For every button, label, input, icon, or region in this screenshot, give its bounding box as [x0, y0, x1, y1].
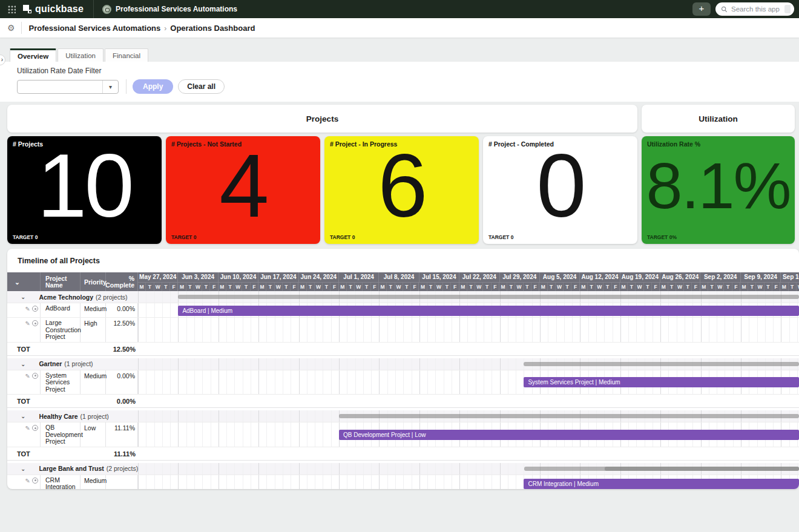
collapse-all-chevron[interactable]: ⌄ — [7, 272, 41, 291]
view-icon[interactable] — [32, 373, 38, 379]
view-icon[interactable] — [32, 478, 38, 484]
kpi-card-completed[interactable]: # Project - Completed 0 TARGET 0 — [483, 136, 637, 244]
group-name: Acme Technology — [39, 294, 93, 301]
day-header-cell: F — [371, 283, 379, 291]
week-header-cell: Jul 29, 2024 — [500, 272, 540, 282]
search-box[interactable] — [715, 2, 794, 16]
breadcrumb-bar: ⚙ Professional Services Automations›Oper… — [0, 18, 799, 38]
kpi-card-projects[interactable]: # Projects 10 TARGET 0 — [7, 136, 162, 244]
column-header-project-name[interactable]: Project Name — [41, 272, 81, 291]
gantt-project-row[interactable]: ✎Large Construction ProjectHigh12.50% — [7, 318, 799, 343]
current-app-chip[interactable]: Professional Services Automations — [102, 5, 237, 14]
day-header-cell: T — [202, 283, 210, 291]
week-header-cell: Jul 1, 2024 — [339, 272, 379, 282]
group-summary-bar[interactable] — [605, 467, 799, 471]
gantt-group-row[interactable]: ⌄Gartner (1 project) — [7, 358, 799, 370]
view-icon[interactable] — [32, 425, 38, 431]
app-launcher-icon[interactable] — [7, 5, 16, 13]
project-row-left: ✎AdBoardMedium0.00% — [7, 303, 138, 317]
add-button[interactable]: + — [692, 2, 711, 16]
total-row-left: TOT11.11% — [7, 447, 138, 460]
edit-icon[interactable]: ✎ — [25, 320, 30, 327]
project-name-cell[interactable]: AdBoard — [41, 303, 81, 317]
group-name: Large Bank and Trust — [39, 465, 104, 472]
tab-overview[interactable]: Overview — [10, 48, 56, 62]
week-header-cell: Aug 5, 2024 — [540, 272, 580, 282]
project-name-cell[interactable]: CRM Integration — [41, 475, 81, 490]
day-header-cell: F — [571, 283, 579, 291]
day-header-cell: T — [548, 283, 556, 291]
group-summary-bar[interactable] — [524, 362, 799, 366]
kpi-value: 10 — [7, 141, 162, 231]
week-header-cell: Jun 10, 2024 — [219, 272, 258, 282]
day-header-cell: F — [291, 283, 298, 291]
edit-icon[interactable]: ✎ — [25, 478, 30, 485]
date-filter-select[interactable]: ▾ — [17, 80, 119, 94]
gantt-project-row[interactable]: ✎AdBoardMedium0.00%AdBoard | Medium — [7, 303, 799, 318]
edit-icon[interactable]: ✎ — [25, 373, 30, 380]
project-name-cell[interactable]: QB Development Project — [41, 422, 81, 447]
view-icon[interactable] — [32, 306, 38, 312]
total-label: TOT — [17, 450, 30, 458]
group-collapse-chevron[interactable]: ⌄ — [21, 465, 25, 472]
gantt-project-row[interactable]: ✎CRM IntegrationMediumCRM Integration | … — [7, 475, 799, 490]
kpi-title: Utilization Rate % — [647, 140, 700, 148]
edit-icon[interactable]: ✎ — [25, 306, 30, 313]
quickbase-logo[interactable]: quickbase — [23, 4, 84, 15]
search-input[interactable] — [731, 5, 781, 13]
day-header-cell: T — [323, 283, 330, 291]
day-header-cell: T — [242, 283, 250, 291]
edit-icon[interactable]: ✎ — [25, 425, 30, 432]
project-name-cell[interactable]: Large Construction Project — [41, 318, 81, 342]
gantt-bar[interactable]: System Services Project | Medium — [524, 377, 799, 387]
kpi-card-not-started[interactable]: # Projects - Not Started 4 TARGET 0 — [166, 136, 320, 244]
column-header-pct-complete[interactable]: % Complete — [106, 272, 138, 291]
group-summary-bar[interactable] — [339, 414, 799, 418]
day-header-cell: F — [251, 283, 258, 291]
gantt-bar[interactable]: CRM Integration | Medium — [524, 479, 799, 489]
gantt-bar[interactable]: AdBoard | Medium — [178, 306, 799, 316]
project-row-left: ✎CRM IntegrationMedium — [7, 475, 138, 490]
pct-complete-cell — [106, 475, 138, 490]
day-header-cell: T — [266, 283, 274, 291]
apply-button[interactable]: Apply — [133, 79, 173, 94]
gantt-group-row[interactable]: ⌄Acme Technology (2 projects) — [7, 291, 799, 303]
week-header-cell: Jun 3, 2024 — [178, 272, 218, 282]
day-header-cell: T — [387, 283, 395, 291]
gantt-group-row[interactable]: ⌄Large Bank and Trust (2 projects) — [7, 463, 799, 475]
day-header-cell: T — [403, 283, 411, 291]
gantt-project-row[interactable]: ✎QB Development ProjectLow11.11%QB Devel… — [7, 422, 799, 447]
day-header-cell: F — [612, 283, 620, 291]
gantt-project-row[interactable]: ✎System Services ProjectMedium0.00%Syste… — [7, 370, 799, 395]
quickbase-logo-icon — [23, 5, 31, 13]
day-header-cell: W — [234, 283, 242, 291]
week-header-cell: Jul 22, 2024 — [459, 272, 499, 282]
kpi-card-in-progress[interactable]: # Project - In Progress 6 TARGET 0 — [324, 136, 479, 244]
kpi-card-utilization-rate[interactable]: Utilization Rate % 8.1% TARGET 0% — [642, 136, 795, 244]
project-timeline-cells: System Services Project | Medium — [138, 370, 799, 395]
day-header-cell: T — [467, 283, 475, 291]
group-project-count: (2 projects) — [96, 294, 128, 301]
chevron-down-icon: ▾ — [102, 80, 118, 93]
column-header-priority[interactable]: Priority — [81, 272, 106, 291]
week-header-cell: Sep 9, 2024 — [741, 272, 781, 282]
pct-complete-cell: 0.00% — [106, 370, 138, 395]
group-collapse-chevron[interactable]: ⌄ — [21, 294, 25, 300]
day-header-cell: T — [443, 283, 451, 291]
gantt-bar[interactable]: QB Development Project | Low — [339, 430, 799, 440]
breadcrumb-app-link[interactable]: Professional Services Automations — [29, 24, 161, 33]
group-collapse-chevron[interactable]: ⌄ — [21, 361, 25, 367]
day-header-cell: M — [339, 283, 347, 291]
gantt-group-row[interactable]: ⌄Healthy Care (1 project) — [7, 410, 799, 422]
group-collapse-chevron[interactable]: ⌄ — [21, 413, 25, 419]
settings-gear-icon[interactable]: ⚙ — [7, 23, 15, 33]
view-icon[interactable] — [32, 320, 38, 326]
day-header-cell: T — [507, 283, 515, 291]
project-name-cell[interactable]: System Services Project — [41, 370, 81, 395]
day-header-cell: T — [603, 283, 611, 291]
group-summary-bar[interactable] — [178, 295, 799, 299]
clear-all-button[interactable]: Clear all — [178, 79, 225, 94]
tab-financial[interactable]: Financial — [105, 48, 148, 62]
tab-utilization[interactable]: Utilization — [58, 48, 104, 62]
priority-cell: Medium — [81, 370, 106, 395]
